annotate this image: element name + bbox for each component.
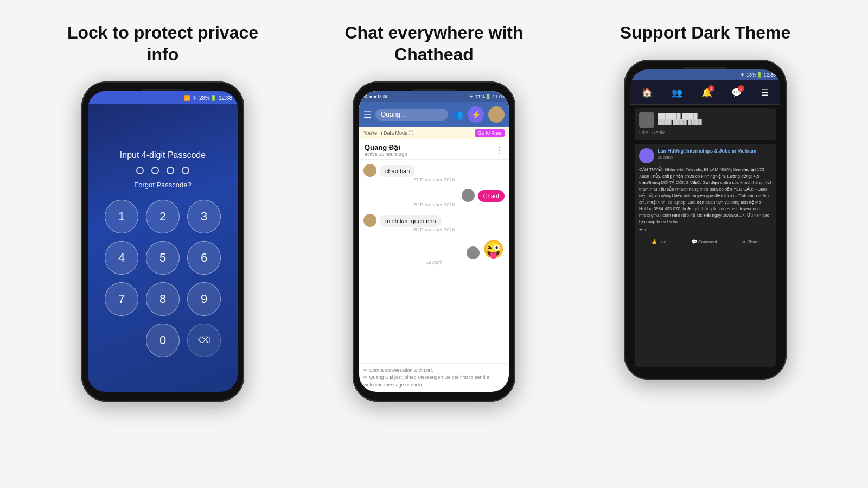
msg-search-bar[interactable]: Quang...	[375, 109, 448, 121]
lock-status-bar: 📶 ✈ 28%🔋 12:38	[88, 91, 238, 104]
msg-date-3: minh lam quen nha 30 December 2016	[363, 214, 505, 232]
dark-like-button[interactable]: 👍 Like	[652, 239, 666, 244]
features-row: Lock to protect privace info 📶 ✈ 28%🔋 12…	[33, 22, 835, 402]
hamburger-icon[interactable]: ☰	[363, 110, 371, 120]
msg-av-1	[363, 164, 376, 177]
phone-dark-screen: ✈ 18%🔋 12:36 🏠 👥 🔔 1 💬 1 ☰	[630, 69, 780, 370]
msg-chat-name: Quang Đại	[365, 143, 407, 151]
dark-status-bar: ✈ 18%🔋 12:36	[630, 69, 780, 80]
msg-date-label-2: 29 December 2016	[363, 202, 505, 207]
dark-nav-home-icon[interactable]: 🏠	[642, 87, 653, 98]
dark-nav-menu-icon[interactable]: ☰	[761, 87, 769, 98]
dark-nav-people-icon[interactable]: 👥	[672, 87, 682, 98]
msg-chat-sub: active 10 hours ago	[365, 151, 407, 157]
feature-chathead: Chat everywhere with Chathead ⚙ ● ● M ✉ …	[304, 22, 564, 402]
key-7[interactable]: 7	[105, 282, 138, 316]
lock-dot-1	[136, 167, 144, 174]
dark-post-meta: 20 mins	[658, 155, 756, 160]
dark-post-avatar	[639, 148, 654, 163]
dark-post-info: Lan Hương□Internships & Jobs in Vietnam …	[658, 148, 756, 160]
msg-chat-header: Quang Đại active 10 hours ago ⋮	[359, 139, 509, 160]
key-2[interactable]: 2	[146, 200, 180, 233]
dark-post-card: Lan Hương□Internships & Jobs in Vietnam …	[635, 144, 776, 367]
dark-comment-info: ██████ ████ ████ ████ ████	[658, 113, 702, 127]
lock-dot-3	[167, 167, 174, 174]
msg-bubble-3: minh lam quen nha	[380, 215, 442, 227]
dark-like-reply: Like · Reply	[639, 130, 771, 135]
lock-plane-icon: ✈	[193, 95, 197, 101]
msg-signal: ✈ 71%🔋 11:03	[469, 94, 505, 99]
msg-av-right	[462, 189, 475, 202]
msg-row-1: chao ban	[363, 164, 505, 177]
lock-keypad: 1 2 3 4 5 6 7 8 9	[99, 200, 226, 316]
lock-dots	[136, 167, 189, 174]
msg-chat-body: chao ban 27 December 2016 Chaof 29 Decem…	[359, 160, 509, 363]
feature-dark-title: Support Dark Theme	[620, 22, 791, 43]
phone-lock: 📶 ✈ 28%🔋 12:38 Input 4-digit Passcode	[81, 81, 244, 402]
feature-lock-title: Lock to protect privace info	[60, 22, 266, 65]
msg-emoji: 😜	[483, 239, 505, 259]
dark-nav-notify-icon[interactable]: 🔔 1	[701, 87, 712, 98]
key-0[interactable]: 0	[146, 324, 180, 357]
msg-row-2: Chaof	[363, 189, 505, 202]
feature-dark: Support Dark Theme ✈ 18%🔋 12:36 🏠 👥 🔔 1	[575, 22, 835, 380]
msg-date-4: 😜 19 April	[363, 239, 505, 265]
msg-more-icon[interactable]: ⋮	[495, 145, 503, 155]
feature-lock: Lock to protect privace info 📶 ✈ 28%🔋 12…	[33, 22, 293, 402]
dark-post-name: Lan Hương□Internships & Jobs in Vietnam	[658, 148, 756, 155]
phone-chathead: ⚙ ● ● M ✉ ✈ 71%🔋 11:03 ☰ Quang... 👥 ⚡	[353, 81, 515, 402]
dark-post-header: Lan Hương□Internships & Jobs in Vietnam …	[639, 148, 771, 163]
key-3[interactable]: 3	[187, 200, 221, 233]
msg-date-label-4: 19 April	[363, 259, 505, 265]
dark-nav-msg-icon[interactable]: 💬 1	[731, 87, 742, 98]
key-5[interactable]: 5	[146, 241, 180, 275]
msg-icons-left: ⚙ ● ● M ✉	[363, 94, 387, 99]
dark-nav-bar: 🏠 👥 🔔 1 💬 1 ☰	[630, 80, 780, 104]
phone-dark: ✈ 18%🔋 12:36 🏠 👥 🔔 1 💬 1 ☰	[624, 60, 787, 380]
key-8[interactable]: 8	[146, 282, 180, 316]
lock-screen-bg: 📶 ✈ 28%🔋 12:38 Input 4-digit Passcode	[88, 91, 238, 392]
msg-date-1: chao ban 27 December 2016	[363, 164, 505, 182]
dark-msg-badge: 1	[738, 85, 744, 92]
lock-dot-4	[182, 167, 189, 174]
lock-forgot[interactable]: Forgot Passcode?	[134, 181, 192, 189]
msg-data-bar: You're in Data Mode ⓘ Go to Free	[359, 127, 509, 139]
dark-comment-card: ██████ ████ ████ ████ ████ Like · Reply	[635, 108, 776, 140]
key-1[interactable]: 1	[105, 200, 138, 233]
msg-status-bar: ⚙ ● ● M ✉ ✈ 71%🔋 11:03	[359, 91, 509, 102]
key-9[interactable]: 9	[187, 282, 221, 316]
msg-chat-info: Quang Đại active 10 hours ago	[365, 143, 407, 157]
msg-bubble-2: Chaof	[478, 190, 505, 202]
dark-comment-button[interactable]: 💬 Comment	[692, 239, 717, 244]
phone-lock-screen: 📶 ✈ 28%🔋 12:38 Input 4-digit Passcode	[88, 91, 238, 392]
dark-post-actions: 👍 Like 💬 Comment ➦ Share	[639, 236, 771, 248]
msg-date-2: Chaof 29 December 2016	[363, 189, 505, 207]
feature-chathead-title: Chat everywhere with Chathead	[331, 22, 537, 65]
dark-notify-badge: 1	[708, 85, 714, 92]
dark-body: ██████ ████ ████ ████ ████ Like · Reply	[630, 105, 780, 370]
msg-av-right-4	[467, 246, 480, 259]
key-delete[interactable]: ⌫	[187, 324, 221, 357]
msg-row-3: minh lam quen nha	[363, 214, 505, 227]
dark-post-like-count: ❤ 1	[639, 227, 771, 232]
key-6[interactable]: 6	[187, 241, 221, 275]
lock-battery: 28%🔋	[199, 95, 216, 101]
msg-footer-2: ✏ Quang Đại just joined Messenger! Be th…	[363, 374, 505, 389]
lock-time: 12:38	[219, 95, 232, 101]
dark-comment-header: ██████ ████ ████ ████ ████	[639, 112, 771, 128]
lock-passcode-area: Input 4-digit Passcode Forgot Passcode? …	[99, 104, 226, 392]
phone-chathead-screen: ⚙ ● ● M ✉ ✈ 71%🔋 11:03 ☰ Quang... 👥 ⚡	[359, 91, 509, 392]
key-4[interactable]: 4	[105, 241, 138, 275]
msg-top-bar: ☰ Quang... 👥 ⚡	[359, 102, 509, 127]
msg-row-4: 😜	[363, 239, 505, 259]
lock-zero-row: 0 ⌫	[99, 324, 226, 357]
dark-comment-sub: ████ ████ ████	[658, 119, 702, 125]
messenger-screen: ⚙ ● ● M ✉ ✈ 71%🔋 11:03 ☰ Quang... 👥 ⚡	[359, 91, 509, 392]
dark-comment-avatar	[639, 112, 654, 128]
lock-signal-icon: 📶	[184, 95, 190, 101]
msg-data-text: You're in Data Mode ⓘ	[363, 130, 413, 137]
msg-go-free-button[interactable]: Go to Free	[475, 129, 505, 137]
dark-share-button[interactable]: ➦ Share	[742, 239, 759, 244]
msg-group-icon[interactable]: 👥	[452, 110, 463, 120]
msg-date-label-1: 27 December 2016	[363, 177, 505, 182]
